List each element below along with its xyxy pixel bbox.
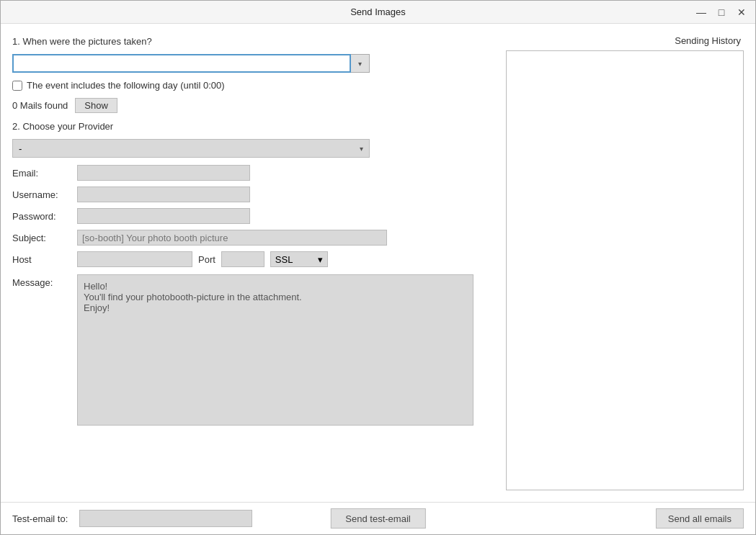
right-panel: Sending History [506, 35, 744, 490]
test-email-label: Test-email to: [12, 513, 68, 524]
password-label: Password: [12, 211, 77, 222]
minimize-button[interactable]: — [693, 4, 709, 20]
email-field[interactable] [77, 165, 250, 181]
sending-history-box [506, 50, 744, 490]
next-day-checkbox[interactable] [12, 81, 22, 91]
date-row: ▾ [12, 54, 494, 73]
provider-dropdown-arrow: ▾ [360, 145, 363, 153]
content-area: 1. When were the pictures taken? ▾ The e… [1, 24, 755, 502]
sending-history-label: Sending History [506, 35, 744, 46]
date-input[interactable] [12, 54, 351, 73]
form-grid: Email: Username: Password: Subject: Host… [12, 165, 494, 267]
ssl-arrow-icon: ▾ [318, 254, 323, 265]
left-panel: 1. When were the pictures taken? ▾ The e… [12, 35, 494, 490]
provider-value: - [19, 143, 22, 154]
checkbox-label: The event includes the following day (un… [27, 80, 225, 91]
mails-found-row: 0 Mails found Show [12, 98, 494, 113]
username-field[interactable] [77, 186, 250, 202]
date-dropdown-button[interactable]: ▾ [351, 54, 370, 73]
checkbox-row: The event includes the following day (un… [12, 80, 494, 91]
main-window: Send Images — □ ✕ 1. When were the pictu… [0, 0, 756, 535]
message-label: Message: [12, 274, 77, 288]
close-button[interactable]: ✕ [734, 4, 750, 20]
provider-dropdown[interactable]: - ▾ [12, 139, 370, 158]
host-port-row: Port SSL ▾ [77, 251, 494, 267]
section1-title: 1. When were the pictures taken? [12, 35, 494, 47]
show-button[interactable]: Show [75, 98, 117, 113]
username-label: Username: [12, 189, 77, 200]
send-test-button[interactable]: Send test-email [330, 508, 425, 529]
section2-title: 2. Choose your Provider [12, 120, 494, 132]
maximize-button[interactable]: □ [713, 4, 729, 20]
window-controls: — □ ✕ [693, 4, 750, 20]
subject-label: Subject: [12, 233, 77, 243]
mails-found-text: 0 Mails found [12, 100, 68, 111]
message-textarea[interactable] [77, 274, 473, 426]
bottom-buttons: Send all emails [656, 508, 744, 529]
port-field[interactable] [221, 251, 264, 267]
host-label: Host [12, 254, 77, 265]
window-title: Send Images [350, 6, 406, 17]
ssl-dropdown[interactable]: SSL ▾ [270, 251, 328, 267]
message-row: Message: [12, 274, 494, 426]
test-email-input[interactable] [79, 510, 252, 527]
ssl-value: SSL [275, 254, 293, 265]
password-field[interactable] [77, 208, 250, 224]
send-all-button[interactable]: Send all emails [656, 508, 744, 529]
subject-field[interactable] [77, 230, 387, 246]
port-label: Port [198, 254, 215, 265]
email-label: Email: [12, 168, 77, 179]
host-field[interactable] [77, 251, 192, 267]
bottom-bar: Test-email to: Send all emails Send test… [1, 502, 755, 534]
title-bar: Send Images — □ ✕ [1, 1, 755, 24]
